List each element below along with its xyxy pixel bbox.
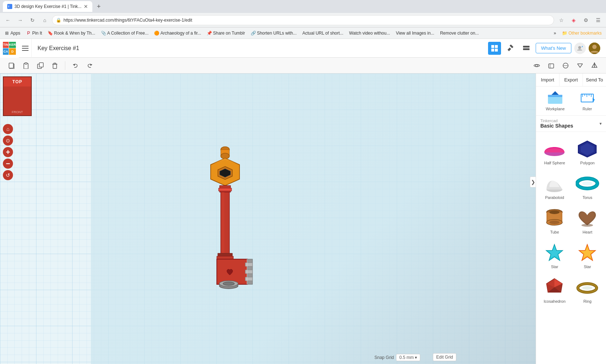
category-dropdown-arrow[interactable]: ▾ [600,121,602,126]
address-bar[interactable]: 🔒 https://www.tinkercad.com/things/6tYFA… [52,15,554,25]
ruler-tool[interactable]: Ruler [578,91,596,111]
workplane-tool[interactable]: Workplane [546,91,565,111]
workplane-svg [546,91,564,105]
bookmark-tumblr[interactable]: 📌 Share on Tumblr [205,30,246,36]
hammer-view-button[interactable] [504,42,517,55]
shape-item-heart[interactable]: Heart [572,204,603,237]
ruler-svg [578,91,596,105]
svg-rect-8 [495,49,498,52]
paste-button[interactable] [20,60,32,71]
shape-category[interactable]: Tinkercad Basic Shapes ▾ [536,116,606,132]
shape-item-tube[interactable]: Tube [539,204,570,237]
pocket-icon[interactable]: ◈ [568,15,579,25]
paraboloid-icon [542,172,567,194]
shape-item-icosahedron[interactable]: Icosahedron [539,273,570,306]
align-icon[interactable] [560,60,571,71]
project-title: Key Exercise #1 [32,45,488,52]
other-bookmarks[interactable]: 📁 Other bookmarks [561,30,603,36]
shape-item-star-gold[interactable]: Star [572,239,603,272]
mirror-icon[interactable] [589,60,600,71]
edit-toolbar-right [531,60,600,71]
group-icon[interactable] [545,60,557,71]
undo-button[interactable] [70,60,81,71]
shape-item-torus[interactable]: Torus [572,169,603,203]
trash-icon [52,62,58,69]
focus-view-button[interactable]: ⊙ [3,136,13,146]
svg-point-81 [549,210,559,214]
forward-button[interactable]: → [15,15,25,25]
panel-collapse-button[interactable]: ❯ [530,177,536,187]
bookmark-arch[interactable]: 🟠 Archaeology of a fir... [153,30,203,36]
svg-rect-52 [245,270,252,274]
extensions-icon[interactable]: ⚙ [581,15,591,25]
new-tab-button[interactable]: + [94,1,104,12]
shape-item-ring[interactable]: Ring [572,273,603,306]
import-button[interactable]: Import [536,74,559,86]
export-button[interactable]: Export [559,74,583,86]
hammer-icon [507,45,514,52]
svg-rect-11 [523,48,530,50]
rook-icon: 🔖 [48,31,53,36]
shape-item-star-cyan[interactable]: Star [539,239,570,272]
zoom-in-button[interactable]: + [3,147,13,157]
bookmark-rook[interactable]: 🔖 Rook & Wren by Th... [47,30,97,36]
bookmark-url[interactable]: Actual URL of short... [301,30,345,36]
grid-view-button[interactable] [488,42,501,55]
bookmarks-bar: ⊞ Apps P Pin It 🔖 Rook & Wren by Th... 📎… [0,27,606,39]
user-avatar[interactable] [589,43,600,54]
logo-d: D [9,48,16,55]
back-button[interactable]: ← [3,15,13,25]
svg-marker-60 [552,91,559,95]
svg-rect-3 [22,48,28,49]
svg-rect-22 [53,64,57,68]
ring-icon [575,276,600,298]
view-cube-body: FRONT [4,86,31,115]
shape-item-paraboloid[interactable]: Paraboloid [539,169,570,203]
svg-point-75 [582,181,592,186]
bookmark-images[interactable]: View all Images in... [394,30,436,36]
whats-new-button[interactable]: What's New [536,43,571,53]
view-cube-front: FRONT [12,110,23,114]
delete-button[interactable] [49,60,61,71]
home-button[interactable]: ⌂ [40,15,50,25]
paste-icon [23,62,29,69]
svg-rect-7 [491,49,494,52]
menu-button[interactable]: ☰ [593,15,603,25]
tinkercad-logo[interactable]: TIN KER CA D [0,39,19,58]
copy-button[interactable] [6,60,17,71]
bookmark-star[interactable]: ☆ [556,15,566,25]
flip-icon[interactable] [574,60,586,71]
active-tab[interactable]: T 3D design Key Exercise #1 | Tink... ✕ [3,1,92,12]
more-bookmarks[interactable]: » [552,30,558,36]
tab-close-button[interactable]: ✕ [84,4,88,9]
half-sphere-icon [542,138,567,159]
main-content: TOP FRONT ⌂ ⊙ + − ↺ [0,74,606,364]
menu-icon[interactable] [19,39,32,58]
hide-icon[interactable] [531,60,543,71]
bookmark-apps[interactable]: ⊞ Apps [3,30,22,36]
canvas-area[interactable]: TOP FRONT ⌂ ⊙ + − ↺ [0,74,536,364]
redo-button[interactable] [84,60,96,71]
zoom-out-button[interactable]: − [3,159,13,169]
card-view-button[interactable] [520,42,533,55]
duplicate-button[interactable] [35,60,46,71]
add-user-button[interactable]: + [574,43,586,54]
ruler-label: Ruler [583,107,592,111]
bookmark-video[interactable]: Watch video withou... [348,30,392,36]
shape-item-polygon[interactable]: Polygon [572,135,603,168]
send-to-button[interactable]: Send To [583,74,606,86]
svg-rect-5 [491,45,494,48]
bookmark-shorten[interactable]: 🔗 Shorten URLs with... [249,30,298,36]
rotate-view-button[interactable]: ↺ [3,170,13,180]
edit-grid-button[interactable]: Edit Grid [433,353,456,361]
view-cube[interactable]: TOP FRONT [3,76,32,116]
icosahedron-icon [542,276,567,298]
svg-rect-53 [245,277,252,281]
shape-item-half-sphere[interactable]: Half Sphere [539,135,570,168]
snap-grid-value[interactable]: 0.5 mm ▾ [396,354,420,361]
refresh-button[interactable]: ↻ [27,15,38,25]
bookmark-clutter[interactable]: Remove clutter on... [439,30,480,36]
home-view-button[interactable]: ⌂ [3,124,13,134]
bookmark-pinit[interactable]: P Pin It [25,30,43,36]
bookmark-collection[interactable]: 📎 A Collection of Free... [100,30,150,36]
